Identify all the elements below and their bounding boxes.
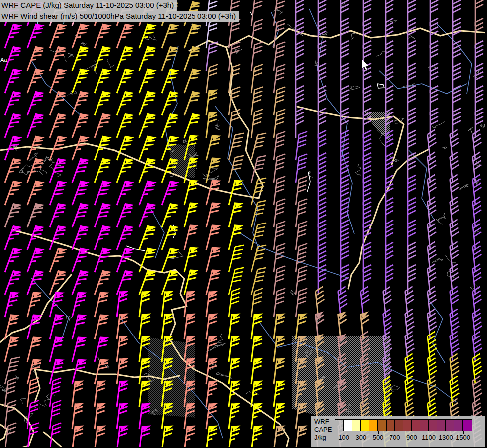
wind-barb <box>5 422 16 448</box>
wrf-weather-map-page: Aa WRF CAPE (J/kg) Saturday 11-10-2025 0… <box>0 0 487 448</box>
wind-barb <box>27 358 42 386</box>
wind-barb <box>72 424 84 448</box>
legend-tick-label: 1100 <box>422 434 436 441</box>
wind-barb <box>184 424 196 448</box>
legend-tick-label: 500 <box>373 434 384 441</box>
wind-barb <box>363 265 371 295</box>
wind-barb <box>162 424 174 448</box>
wind-barb <box>206 111 218 139</box>
wind-barb <box>5 355 20 386</box>
legend-color-cell <box>335 420 344 431</box>
wind-barb <box>453 108 461 138</box>
legend-color-cell <box>463 420 471 431</box>
legend-label-wrf: WRF <box>314 418 332 426</box>
cape-legend: WRF CAPE J/kg 10030050070090011001300150… <box>311 416 485 447</box>
wind-barb <box>296 424 308 448</box>
legend-color-cell <box>378 420 386 431</box>
wind-barb <box>318 265 326 295</box>
legend-labels: WRF CAPE J/kg <box>314 418 332 442</box>
legend-tick-label: 1500 <box>456 434 470 441</box>
wind-barb <box>95 424 106 448</box>
wind-barb <box>475 108 483 138</box>
legend-tick-label: 900 <box>406 434 417 441</box>
legend-color-cell <box>361 420 369 431</box>
wind-barb <box>251 424 263 448</box>
title-cape-text: WRF CAPE (J/kg) Saturday 11-10-2025 03:0… <box>1 1 174 9</box>
wind-barb <box>430 108 438 138</box>
legend-color-cell <box>429 420 437 431</box>
legend-colorbar <box>335 419 472 432</box>
wind-barb <box>386 265 393 295</box>
wind-barb <box>50 422 61 448</box>
wind-barb <box>251 266 266 297</box>
legend-color-cell <box>387 420 395 431</box>
title-wind-shear-text: WRF Wind shear (m/s) 500/1000hPa Saturda… <box>1 12 236 20</box>
wind-barb <box>229 154 244 185</box>
wind-barb <box>50 358 65 386</box>
wind-barb <box>206 424 218 448</box>
wind-barb <box>229 424 241 448</box>
legend-color-cell <box>395 420 403 431</box>
legend-color-cell <box>352 420 361 431</box>
legend-color-cell <box>344 420 352 431</box>
wind-barb <box>117 424 129 448</box>
wind-barb <box>274 0 285 27</box>
title-wind-shear: WRF Wind shear (m/s) 500/1000hPa Saturda… <box>0 11 239 22</box>
legend-label-unit: J/kg <box>314 434 332 442</box>
wind-barb <box>274 424 286 448</box>
frame-right <box>485 0 487 448</box>
legend-color-cell <box>420 420 429 431</box>
legend-tick-label: 100 <box>338 434 349 441</box>
wind-barb <box>229 266 244 297</box>
wind-barb <box>27 422 39 448</box>
legend-color-cell <box>369 420 378 431</box>
wind-barb <box>251 0 263 27</box>
wind-barb <box>139 424 151 448</box>
wind-barb-layer <box>0 0 487 448</box>
title-cape: WRF CAPE (J/kg) Saturday 11-10-2025 03:0… <box>0 0 177 11</box>
legend-color-cell <box>454 420 463 431</box>
legend-color-cell <box>412 420 420 431</box>
legend-tick-label: 300 <box>355 434 366 441</box>
wind-barb <box>229 224 244 252</box>
legend-color-cell <box>446 420 454 431</box>
wind-barb <box>5 336 20 364</box>
wind-barb <box>408 265 416 295</box>
legend-tick-label: 1300 <box>439 434 453 441</box>
legend-color-cell <box>437 420 446 431</box>
legend-color-cell <box>403 420 412 431</box>
wind-barb <box>341 265 349 295</box>
legend-label-cape: CAPE <box>314 426 332 434</box>
legend-tick-label: 700 <box>390 434 400 441</box>
